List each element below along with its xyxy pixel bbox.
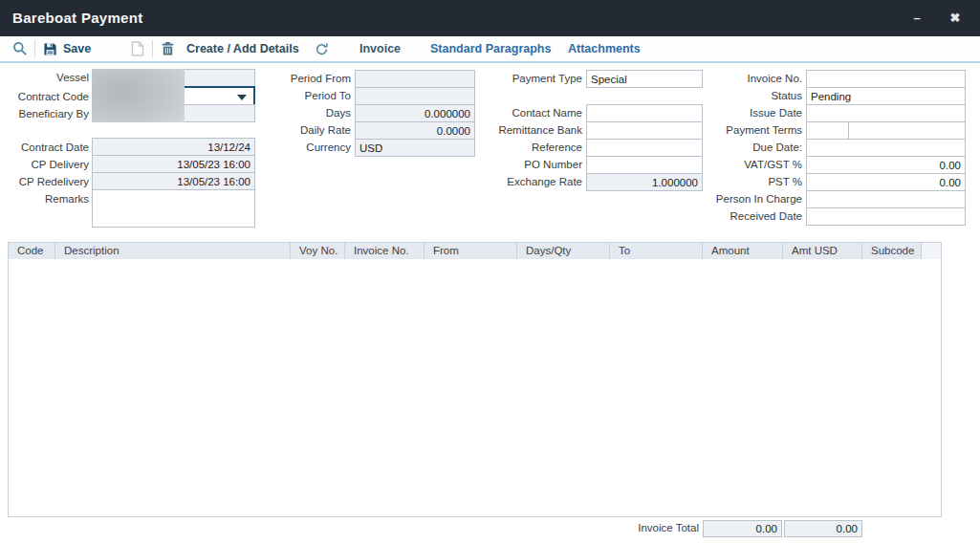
remittance-bank-label: Remittance Bank	[459, 121, 582, 139]
invoice-total-amt-usd-field	[784, 520, 862, 537]
issue-date-field[interactable]	[806, 104, 966, 122]
invoice-no-label: Invoice No.	[669, 70, 802, 87]
contract-date-label: Contract Date	[0, 139, 89, 156]
window-title: Bareboat Payment	[12, 10, 143, 26]
contract-code-label: Contract Code	[0, 88, 89, 105]
issue-date-label: Issue Date	[669, 104, 802, 121]
search-button[interactable]	[12, 36, 28, 61]
contract-date-field	[92, 138, 255, 156]
status-field[interactable]	[806, 87, 966, 105]
save-button[interactable]: Save	[43, 36, 91, 61]
cp-delivery-label: CP Delivery	[0, 156, 89, 173]
pst-field[interactable]	[806, 173, 966, 191]
grid-body-empty[interactable]	[8, 259, 942, 517]
payment-terms-label: Payment Terms	[669, 121, 802, 139]
payment-terms-code-field[interactable]	[806, 121, 849, 140]
due-date-label: Due Date:	[669, 139, 802, 156]
period-from-label: Period From	[258, 70, 351, 87]
grid-column-to[interactable]: To	[610, 243, 703, 259]
grid-column-from[interactable]: From	[425, 243, 517, 259]
delete-button[interactable]	[161, 36, 175, 61]
invoice-total-label: Invoice Total	[574, 522, 699, 533]
close-icon[interactable]: ✖	[943, 8, 968, 29]
cp-delivery-field	[92, 155, 255, 173]
attachments-button-label: Attachments	[568, 42, 641, 55]
minimize-icon[interactable]: –	[904, 8, 929, 29]
beneficiary-by-label: Beneficiary By	[0, 105, 89, 122]
grid-column-invoice-no[interactable]: Invoice No.	[345, 243, 425, 259]
toolbar-divider	[152, 40, 153, 57]
remarks-field[interactable]	[92, 189, 255, 228]
create-add-details-button[interactable]: Create / Add Details	[186, 36, 299, 61]
grid-column-subcode[interactable]: Subcode	[862, 243, 922, 259]
received-date-field[interactable]	[806, 207, 966, 226]
currency-label: Currency	[258, 139, 351, 156]
redacted-value-blur	[92, 69, 185, 122]
chevron-down-icon	[237, 95, 247, 100]
received-date-label: Received Date	[669, 207, 802, 225]
copy-document-icon	[131, 41, 144, 56]
period-to-field	[355, 87, 475, 105]
window-titlebar: Bareboat Payment – ✖	[0, 0, 980, 36]
days-field	[355, 104, 475, 122]
grid-column-amount[interactable]: Amount	[703, 243, 783, 259]
person-in-charge-field[interactable]	[806, 190, 966, 208]
invoice-no-field[interactable]	[806, 70, 966, 88]
contact-name-label: Contact Name	[459, 104, 582, 121]
grid-column-description[interactable]: Description	[55, 243, 291, 259]
grid-column-amt-usd[interactable]: Amt USD	[783, 243, 862, 259]
invoice-total-amount-field	[703, 520, 782, 537]
copy-document-button[interactable]	[131, 36, 144, 61]
save-icon	[43, 42, 57, 56]
daily-rate-field	[355, 121, 475, 140]
period-from-field	[355, 70, 475, 88]
refresh-icon	[315, 42, 329, 56]
create-add-details-label: Create / Add Details	[186, 42, 299, 55]
save-button-label: Save	[63, 42, 91, 55]
grid-column-voy-no[interactable]: Voy No.	[291, 243, 345, 259]
cp-redelivery-label: CP Redelivery	[0, 173, 89, 190]
person-in-charge-label: Person In Charge	[669, 190, 802, 207]
pst-label: PST %	[669, 173, 802, 190]
grid-column-code[interactable]: Code	[9, 243, 55, 259]
currency-field	[355, 139, 475, 157]
vat-gst-label: VAT/GST %	[669, 156, 802, 173]
remarks-label: Remarks	[0, 190, 89, 207]
refresh-button[interactable]	[315, 36, 329, 61]
vessel-label: Vessel	[0, 69, 89, 86]
attachments-button[interactable]: Attachments	[568, 36, 641, 61]
standard-paragraphs-label: Standard Paragraphs	[430, 42, 551, 55]
cp-redelivery-field	[92, 172, 255, 190]
exchange-rate-label: Exchange Rate	[459, 173, 582, 190]
trash-icon	[161, 41, 175, 56]
payment-terms-desc-field[interactable]	[848, 121, 966, 140]
toolbar-divider	[34, 40, 35, 57]
reference-label: Reference	[459, 139, 582, 156]
period-to-label: Period To	[258, 87, 351, 104]
grid-header: Code Description Voy No. Invoice No. Fro…	[8, 242, 942, 260]
po-number-label: PO Number	[459, 156, 582, 173]
search-icon	[12, 41, 28, 56]
grid-column-days-qty[interactable]: Days/Qty	[517, 243, 610, 259]
days-label: Days	[258, 104, 351, 121]
grid-header-filler	[922, 243, 941, 259]
standard-paragraphs-button[interactable]: Standard Paragraphs	[430, 36, 551, 61]
vat-gst-field[interactable]	[806, 156, 966, 174]
daily-rate-label: Daily Rate	[258, 121, 351, 139]
invoice-button-label: Invoice	[359, 42, 401, 55]
toolbar: Save Create / Add Details Invoice Standa…	[0, 36, 980, 63]
payment-type-label: Payment Type	[459, 70, 582, 87]
invoice-button[interactable]: Invoice	[359, 36, 401, 61]
status-label: Status	[669, 87, 802, 104]
due-date-field[interactable]	[806, 139, 966, 157]
